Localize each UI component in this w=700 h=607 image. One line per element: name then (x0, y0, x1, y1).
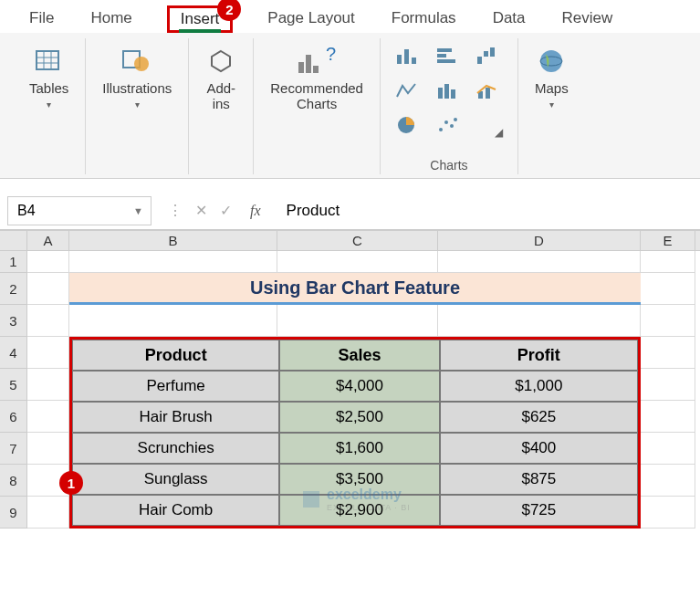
svg-point-29 (450, 124, 454, 128)
formula-controls: ⋮ ✕ ✓ (159, 202, 241, 219)
illustrations-button[interactable]: Illustrations ▾ (97, 42, 177, 113)
table-header-row: Product Sales Profit (72, 340, 638, 371)
formula-input[interactable]: Product (270, 202, 700, 220)
svg-point-28 (444, 120, 448, 124)
svg-rect-0 (37, 51, 58, 69)
ribbon: Tables ▾ Illustrations ▾ Add- ins ? Reco… (0, 33, 700, 179)
group-rec-charts: ? Recommended Charts (254, 38, 381, 174)
svg-marker-7 (212, 51, 230, 71)
cells-area[interactable]: Using Bar Chart Feature 1 Product Sales … (27, 251, 700, 529)
col-header-E[interactable]: E (641, 231, 695, 250)
header-sales: Sales (279, 340, 439, 371)
chart-line-icon[interactable] (392, 77, 423, 104)
table-row[interactable]: Scrunchies $1,600 $400 (72, 433, 638, 464)
chart-waterfall-icon[interactable] (472, 42, 503, 69)
table-row[interactable]: Perfume $4,000 $1,000 (72, 371, 638, 402)
chart-bar-icon[interactable] (432, 42, 463, 69)
tables-icon (34, 46, 65, 77)
chart-dialog-icon[interactable]: ◢ (472, 111, 503, 139)
chart-combo-icon[interactable] (472, 77, 503, 104)
col-header-B[interactable]: B (69, 231, 277, 250)
col-header-D[interactable]: D (438, 231, 641, 250)
dots-icon: ⋮ (168, 202, 183, 219)
sheet-title-banner: Using Bar Chart Feature (69, 273, 641, 305)
tab-formulas[interactable]: Formulas (390, 5, 458, 33)
tab-home[interactable]: Home (89, 5, 133, 33)
data-table-selection[interactable]: 1 Product Sales Profit Perfume $4,000 $1… (69, 337, 641, 529)
cell-profit: $400 (440, 433, 638, 464)
worksheet: 1 2 3 4 5 6 7 8 9 Using Bar Chart Featur… (0, 251, 700, 529)
chart-column-icon[interactable] (392, 42, 423, 69)
cell-product: Hair Brush (72, 402, 279, 433)
enter-icon[interactable]: ✓ (220, 202, 232, 219)
formula-bar: B4 ▼ ⋮ ✕ ✓ fx Product (0, 192, 700, 230)
cell-product: Hair Comb (72, 495, 279, 526)
group-maps: Maps ▾ (518, 38, 585, 174)
maps-label: Maps (535, 80, 569, 96)
col-header-A[interactable]: A (27, 231, 69, 250)
chevron-down-icon: ▾ (549, 99, 554, 110)
chart-scatter-icon[interactable] (432, 111, 463, 139)
cell-profit: $1,000 (440, 371, 638, 402)
table-row[interactable]: Hair Brush $2,500 $625 (72, 402, 638, 433)
tables-button[interactable]: Tables ▾ (24, 42, 74, 113)
cell-profit: $625 (440, 402, 638, 433)
cell-profit: $725 (440, 495, 638, 526)
row-header[interactable]: 5 (0, 369, 27, 401)
addins-button[interactable]: Add- ins (200, 42, 242, 115)
cell-product: Perfume (72, 371, 279, 402)
svg-point-6 (134, 57, 149, 71)
charts-group-label: Charts (430, 158, 467, 173)
chevron-down-icon[interactable]: ▼ (133, 205, 143, 216)
cell-profit: $875 (440, 464, 638, 495)
step-badge-1: 1 (59, 471, 83, 495)
step-badge-2: 2 (217, 0, 241, 21)
row-header[interactable]: 1 (0, 251, 27, 273)
svg-point-31 (540, 50, 562, 72)
select-all-corner[interactable] (0, 231, 27, 250)
addins-label: Add- ins (206, 80, 235, 111)
svg-rect-10 (313, 66, 319, 73)
header-profit: Profit (440, 340, 638, 371)
col-header-C[interactable]: C (277, 231, 438, 250)
chevron-down-icon: ▾ (135, 99, 140, 110)
maps-button[interactable]: Maps ▾ (529, 42, 574, 113)
cell-sales: $2,900 (279, 495, 439, 526)
group-charts: ◢ Charts (381, 38, 518, 174)
row-header[interactable]: 7 (0, 433, 27, 465)
svg-rect-17 (437, 59, 455, 63)
chevron-down-icon: ▾ (47, 99, 51, 110)
svg-text:?: ? (326, 46, 336, 64)
tab-data[interactable]: Data (491, 5, 528, 33)
fx-icon[interactable]: fx (241, 203, 270, 219)
table-row[interactable]: Hair Comb $2,900 $725 (72, 495, 638, 526)
row-header[interactable]: 2 (0, 273, 27, 305)
row-header[interactable]: 4 (0, 337, 27, 369)
tab-review[interactable]: Review (560, 5, 615, 33)
row-header[interactable]: 9 (0, 497, 27, 529)
svg-rect-15 (437, 48, 452, 52)
tables-label: Tables (29, 80, 68, 96)
cell-product: Sunglass (72, 464, 279, 495)
name-box[interactable]: B4 ▼ (7, 196, 151, 225)
header-product: Product (72, 340, 279, 371)
svg-rect-9 (306, 55, 311, 73)
tab-insert[interactable]: Insert (179, 6, 222, 33)
illustrations-icon (121, 46, 152, 77)
svg-rect-22 (444, 84, 449, 99)
cell-sales: $4,000 (279, 371, 439, 402)
svg-rect-12 (397, 55, 402, 64)
row-header[interactable]: 3 (0, 305, 27, 337)
tab-file[interactable]: File (27, 5, 56, 33)
rec-charts-button[interactable]: ? Recommended Charts (265, 42, 369, 115)
svg-point-27 (439, 128, 443, 131)
chart-pie-icon[interactable] (392, 111, 423, 139)
chart-stat-icon[interactable] (432, 77, 463, 104)
row-header[interactable]: 6 (0, 401, 27, 433)
group-addins: Add- ins (189, 38, 254, 174)
cancel-icon[interactable]: ✕ (195, 202, 207, 219)
table-row[interactable]: Sunglass $3,500 $875 (72, 464, 638, 495)
svg-rect-14 (412, 58, 416, 64)
tab-page-layout[interactable]: Page Layout (266, 5, 356, 33)
row-header[interactable]: 8 (0, 465, 27, 497)
